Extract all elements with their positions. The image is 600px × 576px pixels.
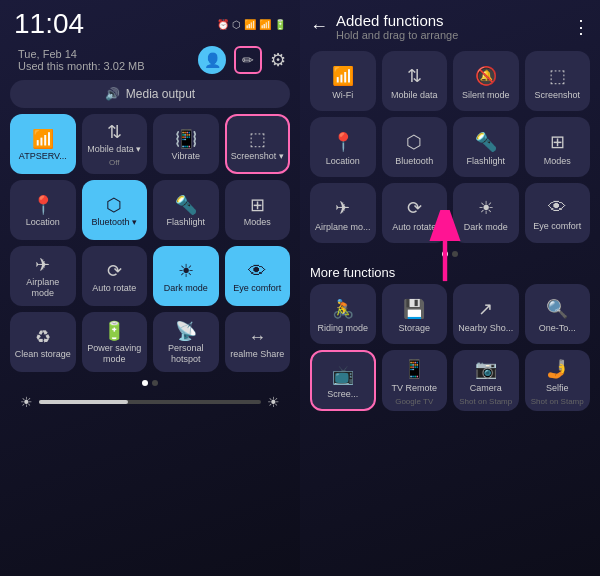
r-tile-screenshot[interactable]: ⬚ Screenshot <box>525 51 591 111</box>
added-grid: 📶 Wi-Fi ⇅ Mobile data 🔕 Silent mode ⬚ Sc… <box>300 45 600 249</box>
m-tile-screen-label: Scree... <box>327 389 358 400</box>
back-button[interactable]: ← <box>310 16 328 37</box>
r-eyecomfort-icon: 👁 <box>548 197 566 218</box>
r-tile-location-label: Location <box>326 156 360 167</box>
r-tile-bluetooth-label: Bluetooth <box>395 156 433 167</box>
realmeshare-icon: ↔ <box>248 328 266 346</box>
flashlight-icon: 🔦 <box>175 196 197 214</box>
header-title: Added functions <box>336 12 564 29</box>
tile-mobile-data[interactable]: ⇅ Mobile data ▾ Off <box>82 114 148 174</box>
more-grid: 🚴 Riding mode 💾 Storage ↗ Nearby Sho... … <box>300 284 600 417</box>
tile-airplane-label: Airplane mode <box>14 277 72 299</box>
brightness-high-icon: ☀ <box>267 394 280 410</box>
tile-realmeshare[interactable]: ↔ realme Share <box>225 312 291 372</box>
date: Tue, Feb 14 <box>14 48 149 60</box>
edit-button[interactable]: ✏ <box>234 46 262 74</box>
m-tile-storage[interactable]: 💾 Storage <box>382 284 448 344</box>
m-tile-screen[interactable]: 📺 Scree... <box>310 350 376 411</box>
m-tile-storage-label: Storage <box>398 323 430 334</box>
darkmode-icon: ☀ <box>178 262 194 280</box>
m-tile-tvremote-sub: Google TV <box>395 397 433 407</box>
r-tile-darkmode[interactable]: ☀ Dark mode <box>453 183 519 243</box>
tile-airplane[interactable]: ✈ Airplane mode <box>10 246 76 306</box>
tile-darkmode[interactable]: ☀ Dark mode <box>153 246 219 306</box>
r-silent-icon: 🔕 <box>475 65 497 87</box>
bluetooth-status-icon: ⬡ <box>232 19 241 30</box>
airplane-icon: ✈ <box>35 256 50 274</box>
r-tile-bluetooth[interactable]: ⬡ Bluetooth <box>382 117 448 177</box>
m-tile-tvremote[interactable]: 📱 TV Remote Google TV <box>382 350 448 411</box>
right-content: 📶 Wi-Fi ⇅ Mobile data 🔕 Silent mode ⬚ Sc… <box>300 45 600 576</box>
tile-location[interactable]: 📍 Location <box>10 180 76 240</box>
m-tile-selfie[interactable]: 🤳 Selfie Shot on Stamp <box>525 350 591 411</box>
r-tile-wifi[interactable]: 📶 Wi-Fi <box>310 51 376 111</box>
date-label: Tue, Feb 14 Used this month: 3.02 MB <box>14 48 149 72</box>
tile-bluetooth[interactable]: ⬡ Bluetooth ▾ <box>82 180 148 240</box>
m-tile-ridingmode[interactable]: 🚴 Riding mode <box>310 284 376 344</box>
clock: 11:04 <box>14 10 84 38</box>
ridingmode-icon: 🚴 <box>332 298 354 320</box>
menu-icon[interactable]: ⋮ <box>572 16 590 38</box>
r-location-icon: 📍 <box>332 131 354 153</box>
storage-icon: 💾 <box>403 298 425 320</box>
tile-vibrate[interactable]: 📳 Vibrate <box>153 114 219 174</box>
r-tile-screenshot-label: Screenshot <box>534 90 580 101</box>
r-tile-mobiledata[interactable]: ⇅ Mobile data <box>382 51 448 111</box>
selfie-icon: 🤳 <box>546 358 568 380</box>
r-tile-eyecomfort[interactable]: 👁 Eye comfort <box>525 183 591 243</box>
tile-autorotate[interactable]: ⟳ Auto rotate <box>82 246 148 306</box>
status-icons: ⏰ ⬡ 📶 📶 🔋 <box>217 19 286 30</box>
tile-modes[interactable]: ⊞ Modes <box>225 180 291 240</box>
tile-hotspot[interactable]: 📡 Personal hotspot <box>153 312 219 372</box>
tvremote-icon: 📱 <box>403 358 425 380</box>
m-tile-nearbyshare-label: Nearby Sho... <box>458 323 513 334</box>
media-output-bar[interactable]: 🔊 Media output <box>10 80 290 108</box>
avatar[interactable]: 👤 <box>198 46 226 74</box>
r-tile-silent-label: Silent mode <box>462 90 510 101</box>
r-mobiledata-icon: ⇅ <box>407 65 422 87</box>
screen-icon: 📺 <box>332 364 354 386</box>
brightness-bar[interactable] <box>39 400 261 404</box>
settings-icon[interactable]: ⚙ <box>270 49 286 71</box>
header-text: Added functions Hold and drag to arrange <box>336 12 564 41</box>
status-bar: 11:04 ⏰ ⬡ 📶 📶 🔋 <box>10 10 290 38</box>
tile-eyecomfort[interactable]: 👁 Eye comfort <box>225 246 291 306</box>
dot-2 <box>152 380 158 386</box>
wifi-icon: 📶 <box>32 130 54 148</box>
header-subtitle: Hold and drag to arrange <box>336 29 564 41</box>
m-tile-camera[interactable]: 📷 Camera Shot on Stamp <box>453 350 519 411</box>
more-functions-label: More functions <box>300 259 600 284</box>
m-tile-camera-label: Camera <box>470 383 502 394</box>
m-tile-nearbyshare[interactable]: ↗ Nearby Sho... <box>453 284 519 344</box>
location-icon: 📍 <box>32 196 54 214</box>
alarm-icon: ⏰ <box>217 19 229 30</box>
r-tile-flashlight[interactable]: 🔦 Flashlight <box>453 117 519 177</box>
r-tile-airplane-label: Airplane mo... <box>315 222 371 233</box>
tile-powersaving[interactable]: 🔋 Power saving mode <box>82 312 148 372</box>
r-flashlight-icon: 🔦 <box>475 131 497 153</box>
r-tile-mobiledata-label: Mobile data <box>391 90 438 101</box>
media-output-label: Media output <box>126 87 195 101</box>
tile-realmeshare-label: realme Share <box>230 349 284 360</box>
r-tile-modes[interactable]: ⊞ Modes <box>525 117 591 177</box>
dot-1 <box>142 380 148 386</box>
r-tile-airplane[interactable]: ✈ Airplane mo... <box>310 183 376 243</box>
tile-screenshot[interactable]: ⬚ Screenshot ▾ <box>225 114 291 174</box>
r-tile-silent[interactable]: 🔕 Silent mode <box>453 51 519 111</box>
m-tile-tvremote-label: TV Remote <box>391 383 437 394</box>
tile-cleanstorage[interactable]: ♻ Clean storage <box>10 312 76 372</box>
tile-hotspot-label: Personal hotspot <box>157 343 215 365</box>
m-tile-onetap[interactable]: 🔍 One-To... <box>525 284 591 344</box>
r-bluetooth-icon: ⬡ <box>406 131 422 153</box>
powersaving-icon: 🔋 <box>103 322 125 340</box>
eyecomfort-icon: 👁 <box>248 262 266 280</box>
mobile-data-icon: ⇅ <box>107 123 122 141</box>
tile-wifi[interactable]: 📶 ATPSERV... <box>10 114 76 174</box>
r-tile-location[interactable]: 📍 Location <box>310 117 376 177</box>
r-tile-autorotate[interactable]: ⟳ Auto rotate <box>382 183 448 243</box>
r-modes-icon: ⊞ <box>550 131 565 153</box>
tile-flashlight[interactable]: 🔦 Flashlight <box>153 180 219 240</box>
tile-wifi-label: ATPSERV... <box>19 151 67 162</box>
modes-icon: ⊞ <box>250 196 265 214</box>
brightness-row: ☀ ☀ <box>10 394 290 410</box>
